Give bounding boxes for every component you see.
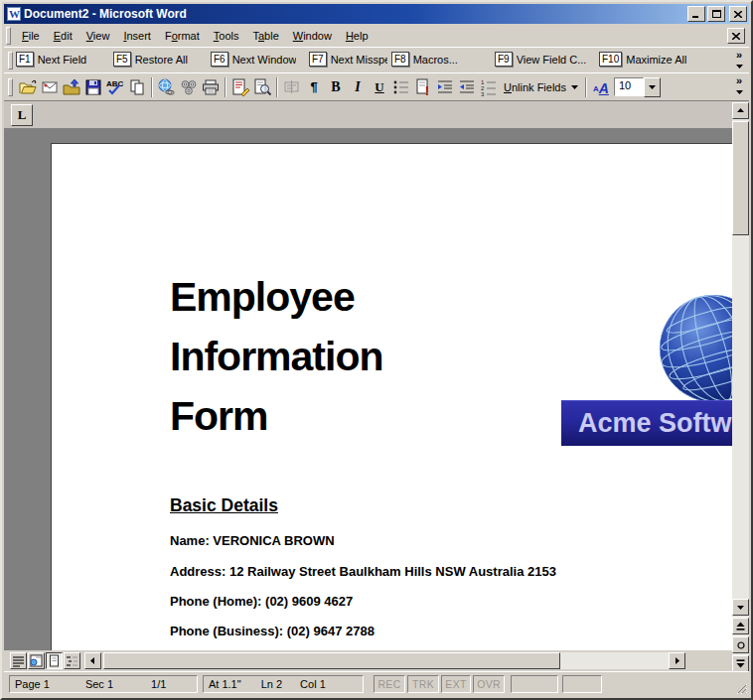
font-size-combo[interactable]: 10 [614, 77, 661, 97]
arrow-down-icon [737, 605, 744, 610]
bold-icon: B [331, 79, 340, 95]
menu-format[interactable]: Format [158, 28, 207, 44]
scroll-up-button[interactable] [732, 102, 749, 119]
print-button[interactable] [200, 76, 222, 98]
show-hide-paragraph-button[interactable]: ¶ [303, 76, 325, 98]
phone-home-line[interactable]: Phone (Home): (02) 9609 4627 [170, 594, 353, 609]
menu-bar: File Edit View Insert Format Tools Table… [4, 25, 749, 48]
chevron-down-icon [736, 89, 743, 94]
address-line[interactable]: Address: 12 Railway Street Baulkham Hill… [170, 564, 556, 579]
page-info-panel: Page 1 Sec 1 1/1 [9, 675, 198, 693]
fn-restore-all-button[interactable]: F5Restore All [113, 52, 188, 67]
fn-next-field-button[interactable]: F1Next Field [16, 52, 86, 67]
font-size-value[interactable]: 10 [614, 77, 644, 96]
folder-up-button[interactable] [61, 76, 82, 98]
unlink-fields-button[interactable]: Unlink Fields [500, 76, 582, 98]
underline-icon: U [375, 79, 383, 95]
toolbar-grip[interactable] [8, 78, 13, 96]
horizontal-scroll-thumb[interactable] [103, 652, 560, 669]
underline-button[interactable]: U [369, 76, 390, 98]
font-button[interactable]: AA [590, 76, 612, 98]
fn-next-misspelling-button[interactable]: F7Next Misspelling [309, 52, 387, 67]
ovr-mode-toggle[interactable]: OVR [473, 675, 505, 693]
phone-business-line[interactable]: Phone (Business): (02) 9647 2788 [170, 624, 375, 638]
edit-document-button[interactable] [229, 76, 251, 98]
field-shading-icon [282, 77, 302, 97]
page-indicator: Page 1 [15, 678, 50, 690]
document-alert-button[interactable]: ! [412, 76, 434, 98]
menu-table[interactable]: Table [245, 28, 285, 44]
web-layout-view-button[interactable] [28, 652, 45, 669]
left-tab-icon: L [18, 107, 27, 123]
menu-window[interactable]: Window [286, 28, 339, 44]
scroll-right-button[interactable] [669, 652, 685, 669]
font-size-dropdown-button[interactable] [644, 77, 661, 97]
bullets-button[interactable] [390, 76, 412, 98]
document-title[interactable]: Employee Information Form [170, 267, 478, 446]
field-shading-button[interactable] [281, 76, 303, 98]
menu-tools[interactable]: Tools [207, 28, 246, 44]
open-button[interactable] [17, 76, 39, 98]
bold-button[interactable]: B [325, 76, 347, 98]
copy-button[interactable] [126, 76, 148, 98]
tab-stop-selector[interactable]: L [11, 104, 33, 126]
name-line[interactable]: Name: VERONICA BROWN [170, 533, 335, 548]
fn-maximize-all-button[interactable]: F10Maximize All [599, 52, 686, 67]
fn-next-window-button[interactable]: F6Next Window [211, 52, 296, 67]
mail-button[interactable] [39, 76, 61, 98]
menubar-grip[interactable] [6, 27, 11, 45]
ext-mode-toggle[interactable]: EXT [441, 675, 471, 693]
save-button[interactable] [82, 76, 104, 98]
italic-button[interactable]: I [347, 76, 369, 98]
document-page[interactable]: Employee Information Form [51, 143, 732, 650]
fn-macros-button[interactable]: F8Macros... [391, 52, 458, 67]
numbering-button[interactable]: 1 2 3 [478, 76, 500, 98]
menu-insert[interactable]: Insert [116, 28, 158, 44]
outline-view-button[interactable] [64, 652, 80, 669]
title-bar[interactable]: W Document2 - Microsoft Word [4, 4, 749, 24]
resize-grip[interactable] [734, 681, 748, 695]
svg-text:W: W [9, 8, 20, 20]
previous-page-button[interactable] [732, 618, 749, 634]
next-page-button[interactable] [732, 655, 749, 672]
toolbar-overflow-button[interactable]: » [732, 75, 746, 95]
basic-details-heading[interactable]: Basic Details [170, 495, 278, 516]
normal-view-button[interactable] [10, 652, 27, 669]
decrease-indent-icon [457, 77, 477, 97]
open-icon [18, 77, 38, 97]
document-close-button[interactable] [727, 28, 745, 44]
toolbar-grip[interactable] [8, 52, 13, 70]
vertical-scrollbar[interactable] [732, 102, 749, 672]
fn-view-field-codes-button[interactable]: F9View Field C... [495, 52, 586, 67]
insert-hyperlink-button[interactable] [156, 76, 178, 98]
trk-mode-toggle[interactable]: TRK [407, 675, 439, 693]
menu-file[interactable]: File [15, 28, 47, 44]
print-layout-icon [48, 654, 61, 667]
document-workspace[interactable]: Employee Information Form [4, 128, 732, 650]
scroll-left-button[interactable] [84, 652, 101, 669]
menu-view[interactable]: View [79, 28, 117, 44]
increase-indent-button[interactable] [434, 76, 456, 98]
decrease-indent-button[interactable] [456, 76, 478, 98]
minimize-button[interactable] [687, 6, 705, 22]
spelling-button[interactable]: ABC [104, 76, 126, 98]
select-browse-object-button[interactable] [732, 636, 749, 653]
toolbar-overflow-button[interactable]: » [732, 50, 746, 70]
chevron-down-icon [736, 64, 743, 69]
acme-banner: Acme Softw [561, 400, 732, 446]
close-button[interactable] [729, 6, 747, 22]
italic-icon: I [355, 79, 360, 95]
rec-mode-toggle[interactable]: REC [374, 675, 405, 693]
vertical-scroll-thumb[interactable] [732, 121, 749, 235]
fn-label: Next Field [38, 54, 87, 66]
menu-help[interactable]: Help [339, 28, 376, 44]
web-layout-icon [30, 654, 43, 667]
print-preview-button[interactable] [251, 76, 273, 98]
ruler-bar: L [4, 101, 749, 129]
maximize-button[interactable] [707, 6, 725, 22]
scroll-down-button[interactable] [732, 599, 749, 616]
menu-edit[interactable]: Edit [47, 28, 79, 44]
word-app-icon: W [7, 7, 21, 21]
web-tools-button[interactable] [178, 76, 200, 98]
print-layout-view-button[interactable] [46, 652, 63, 669]
